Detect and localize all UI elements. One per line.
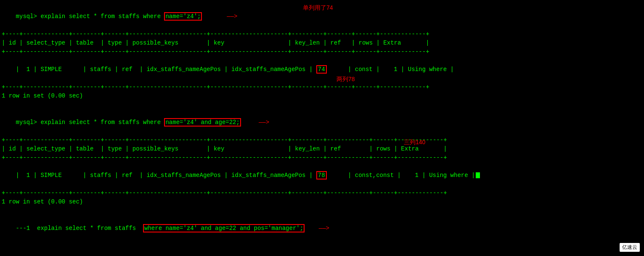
rowcount2: 1 row in set (0.00 sec) (2, 198, 642, 206)
query3-highlight: where name='z4' and age=22 and pos='mana… (143, 224, 305, 232)
row2-post: | const,const | 1 | Using where | (327, 172, 475, 179)
table2-row1: | 1 | SIMPLE | staffs | ref | idx_staffs… (2, 162, 642, 189)
table1-header: | id | select_type | table | type | poss… (2, 39, 642, 48)
spacer2 (241, 119, 255, 126)
query2-highlight: name='z4' and age=22; (164, 118, 241, 127)
arrow2: ——> (255, 119, 273, 126)
spacer1 (202, 13, 223, 20)
spacer3 (305, 225, 315, 232)
table2-divider3: +----+-------------+--------+------+----… (2, 189, 642, 198)
row1-keylen: 74 (316, 65, 327, 74)
query1-prompt: mysql> explain select * from staffs wher… (16, 13, 164, 20)
annotation3: 三列140 (404, 138, 425, 147)
row2-pre: | 1 | SIMPLE | staffs | ref | idx_staffs… (16, 172, 316, 179)
cursor (476, 172, 480, 178)
query1-line: mysql> explain select * from staffs wher… (2, 3, 642, 30)
query2-line: mysql> explain select * from staffs wher… (2, 109, 642, 136)
table1-row1: | 1 | SIMPLE | staffs | ref | idx_staffs… (2, 56, 642, 83)
query1-highlight: name='z4'; (164, 12, 202, 21)
annotation1: 单列用了74 (303, 3, 333, 12)
rowcount1: 1 row in set (0.00 sec) (2, 92, 642, 100)
query2-prompt: mysql> explain select * from staffs wher… (16, 119, 164, 126)
blank2 (2, 206, 642, 215)
blank1 (2, 100, 642, 109)
arrow1: ——> (223, 13, 241, 20)
query3-prompt: ---1 explain select * from staffs (16, 225, 143, 232)
table1-divider2: +----+-------------+--------+------+----… (2, 48, 642, 56)
row1-pre: | 1 | SIMPLE | staffs | ref | idx_staffs… (16, 66, 316, 73)
annotation2: 两列78 (337, 75, 355, 84)
table2-header: | id | select_type | table | type | poss… (2, 145, 642, 153)
query3-line: ---1 explain select * from staffs where … (2, 215, 642, 242)
terminal: mysql> explain select * from staffs wher… (0, 0, 644, 256)
table2-divider1: +----+-------------+--------+------+----… (2, 136, 642, 145)
table2-divider2: +----+-------------+--------+------+----… (2, 153, 642, 162)
row2-keylen: 78 (316, 171, 327, 179)
table1-divider1: +----+-------------+--------+------+----… (2, 30, 642, 39)
table1-divider3: +----+-------------+--------+------+----… (2, 83, 642, 92)
row1-post: | const | 1 | Using where | (327, 66, 454, 73)
arrow3: ——> (315, 225, 333, 232)
watermark-badge: 亿速云 (620, 243, 640, 252)
